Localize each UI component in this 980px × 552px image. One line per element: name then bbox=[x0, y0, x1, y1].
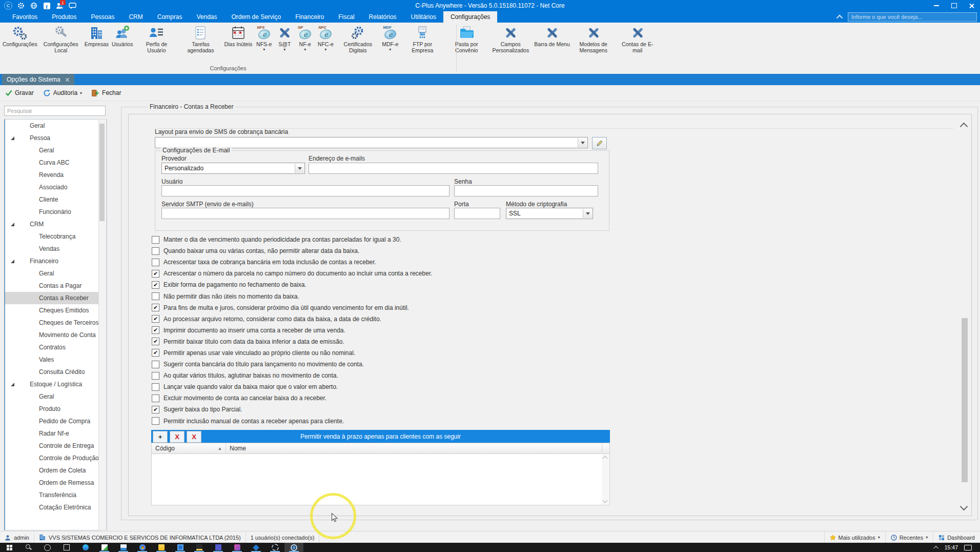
ribbon-tarefas-agendadas[interactable]: Tarefas agendadas bbox=[178, 24, 222, 58]
sidebar-item-cheques-de-terceiros[interactable]: Cheques de Terceiros bbox=[5, 317, 107, 329]
checkbox-manter-dia-vencimento[interactable]: Manter o dia de vencimento quando period… bbox=[152, 234, 613, 245]
checkbox-imprimir-documento[interactable]: ✔Imprimir documento ao inserir uma conta… bbox=[152, 325, 613, 336]
checkbox-acrescentar-taxa-cobranca[interactable]: Acrescentar taxa de cobrança bancária em… bbox=[152, 257, 613, 268]
add-row-button[interactable]: + bbox=[153, 431, 168, 443]
cortana-icon[interactable] bbox=[38, 543, 57, 552]
sidebar-item-movimento-de-conta[interactable]: Movimento de Conta bbox=[5, 329, 107, 341]
ribbon-configuracoes-local[interactable]: Configurações Local bbox=[39, 24, 83, 58]
ribbon-usuarios[interactable]: Usuários bbox=[110, 24, 134, 52]
sidebar-item-pessoa[interactable]: Pessoa bbox=[5, 132, 107, 144]
checkbox-nao-permitir-alterar-data-baixa[interactable]: Quando baixar uma ou várias contas, não … bbox=[152, 245, 613, 257]
checkbox[interactable]: ✔ bbox=[152, 315, 159, 323]
ribbon-collapse-icon[interactable] bbox=[836, 14, 843, 21]
sidebar-item-pedido-de-compra[interactable]: Pedido de Compra bbox=[5, 415, 107, 427]
sidebar-item-cotacao-eletronica[interactable]: Cotação Eletrônica bbox=[5, 501, 107, 514]
ribbon-ftp-por-empresa[interactable]: FTP FTP por Empresa bbox=[400, 24, 444, 58]
photos-app-icon[interactable] bbox=[171, 543, 190, 552]
delete-row-button[interactable]: X bbox=[170, 431, 185, 443]
sidebar-item-controle-de-entrega[interactable]: Controle de Entrega bbox=[5, 440, 107, 452]
checkbox[interactable]: ✔ bbox=[152, 270, 159, 278]
checkbox-sugerir-conta-bancaria[interactable]: Sugerir conta bancária do título para la… bbox=[152, 359, 613, 370]
menu-tab-pessoas[interactable]: Pessoas bbox=[84, 11, 121, 23]
ribbon-nfc-e[interactable]: NFCe NFC-e ▾ bbox=[315, 24, 336, 52]
checkbox[interactable]: ✔ bbox=[152, 281, 159, 289]
scroll-up-icon[interactable] bbox=[603, 456, 608, 461]
ribbon-barra-de-menu[interactable]: Barra de Menu bbox=[533, 24, 571, 52]
notes-app-icon[interactable] bbox=[95, 543, 114, 552]
clients-table-body[interactable] bbox=[151, 454, 610, 505]
phone-app-icon[interactable] bbox=[228, 543, 247, 552]
dashboard-button[interactable]: Dashboard bbox=[933, 531, 980, 543]
ribbon-configuracoes[interactable]: Configurações bbox=[1, 24, 39, 52]
sidebar-item-estoque-geral[interactable]: Geral bbox=[5, 390, 107, 403]
dark-app-icon[interactable] bbox=[190, 543, 209, 552]
analytics-app-icon[interactable] bbox=[114, 543, 133, 552]
users-notification-icon[interactable]: 1 bbox=[55, 2, 64, 10]
teams-icon[interactable] bbox=[209, 543, 228, 552]
sidebar-item-pessoa-geral[interactable]: Geral bbox=[5, 144, 107, 156]
sidebar-item-contas-a-pagar[interactable]: Contas a Pagar bbox=[5, 280, 107, 292]
ribbon-mdf-e[interactable]: MDFe MDF-e ▾ bbox=[380, 24, 400, 52]
globe-icon[interactable] bbox=[30, 2, 38, 10]
panel-scrollbar-thumb[interactable] bbox=[962, 318, 968, 482]
gravar-button[interactable]: Gravar bbox=[5, 89, 34, 96]
task-view-icon[interactable] bbox=[57, 543, 76, 552]
start-button[interactable] bbox=[0, 543, 19, 552]
sidebar-item-vales[interactable]: Vales bbox=[5, 353, 107, 366]
sidebar-item-crm[interactable]: CRM bbox=[5, 218, 107, 230]
checkbox-multa-juros-dia-util[interactable]: ✔Para fins de multa e juros, considerar … bbox=[152, 302, 613, 313]
checkbox[interactable]: ✔ bbox=[152, 326, 159, 334]
taskbar-search-icon[interactable] bbox=[19, 543, 38, 552]
checkbox-arquivo-retorno-data-credito[interactable]: ✔Ao processar arquivo retorno, considera… bbox=[152, 313, 613, 325]
scroll-down-icon[interactable] bbox=[603, 498, 608, 503]
porta-input[interactable] bbox=[454, 208, 500, 219]
tray-expand-icon[interactable] bbox=[933, 545, 938, 550]
sidebar-scrollbar[interactable] bbox=[98, 119, 107, 530]
sidebar-item-radar-nfe[interactable]: Radar Nf-e bbox=[5, 427, 107, 440]
menu-tab-compras[interactable]: Compras bbox=[150, 11, 190, 23]
sidebar-item-cheques-emitidos[interactable]: Cheques Emitidos bbox=[5, 304, 107, 317]
menu-tab-utilitarios[interactable]: Utilitários bbox=[404, 11, 443, 23]
sidebar-item-revenda[interactable]: Revenda bbox=[5, 169, 107, 181]
endereco-input[interactable] bbox=[309, 163, 598, 174]
sidebar-item-cliente[interactable]: Cliente bbox=[5, 193, 107, 206]
sidebar-item-consulta-credito[interactable]: Consulta Crédito bbox=[5, 366, 107, 378]
ribbon-nf-e[interactable]: NFe NF-e ▾ bbox=[295, 24, 315, 52]
ribbon-empresas[interactable]: Empresas bbox=[83, 24, 110, 52]
keyboard-tray-icon[interactable] bbox=[964, 545, 972, 550]
checkbox-exibir-forma-pagamento[interactable]: ✔Exibir forma de pagamento no fechamento… bbox=[152, 279, 613, 290]
checkbox-excluir-movimento-conta[interactable]: Excluir movimento de conta ao cancelar b… bbox=[152, 392, 613, 404]
checkbox[interactable] bbox=[152, 372, 159, 380]
ribbon-campos-personalizados[interactable]: Campos Personalizados bbox=[488, 24, 533, 58]
menu-tab-ordem-de-servico[interactable]: Ordem de Serviço bbox=[224, 11, 288, 23]
chrome-icon[interactable] bbox=[133, 543, 152, 552]
checkbox[interactable] bbox=[152, 292, 159, 300]
checkbox[interactable] bbox=[152, 259, 159, 266]
usuario-input[interactable] bbox=[161, 185, 450, 196]
checkbox-aglutinar-baixas[interactable]: Ao quitar vários títulos, aglutinar baix… bbox=[152, 370, 613, 381]
menu-tab-crm[interactable]: CRM bbox=[121, 11, 150, 23]
menu-tab-favoritos[interactable]: Favoritos bbox=[5, 11, 45, 23]
minimize-button[interactable] bbox=[928, 0, 945, 11]
checkbox[interactable]: ✔ bbox=[152, 406, 159, 413]
ribbon-contas-de-email[interactable]: Contas de E-mail bbox=[616, 24, 660, 58]
auditoria-button[interactable]: Auditoria ▾ bbox=[43, 89, 82, 97]
sidebar-item-produto[interactable]: Produto bbox=[5, 403, 107, 415]
provedor-select[interactable]: Personalizado bbox=[161, 163, 305, 174]
sidebar-item-financeiro[interactable]: Financeiro bbox=[5, 255, 107, 267]
sidebar-search-input[interactable] bbox=[4, 106, 106, 116]
checkbox[interactable]: ✔ bbox=[152, 304, 159, 311]
close-button[interactable] bbox=[963, 0, 980, 11]
mais-utilizados-button[interactable]: Mais utilizados ▾ bbox=[824, 531, 885, 543]
checkbox[interactable] bbox=[152, 361, 159, 368]
expander-icon[interactable] bbox=[10, 258, 16, 264]
checkbox[interactable] bbox=[152, 383, 159, 391]
expander-icon[interactable] bbox=[10, 135, 16, 141]
fechar-button[interactable]: Fechar bbox=[91, 89, 121, 97]
scrollbar-thumb[interactable] bbox=[99, 124, 105, 221]
recentes-button[interactable]: Recentes ▾ bbox=[885, 531, 933, 543]
gear-icon[interactable] bbox=[17, 2, 25, 10]
ribbon-nfs-e[interactable]: NFSe NFS-e ▾ bbox=[254, 24, 274, 52]
global-search-input[interactable] bbox=[848, 12, 977, 22]
maximize-button[interactable] bbox=[945, 0, 963, 11]
